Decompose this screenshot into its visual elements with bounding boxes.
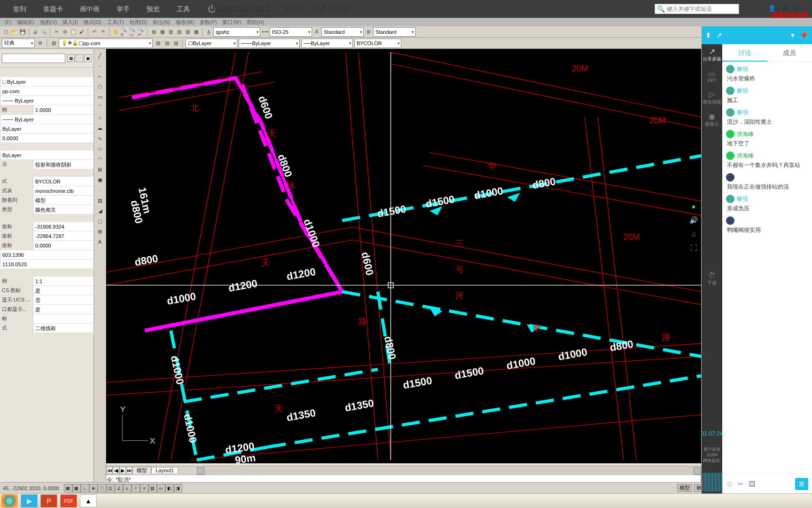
dim-iso-dropdown[interactable]: ISO-25: [270, 27, 312, 37]
mtext-icon[interactable]: A: [95, 237, 105, 246]
polar-toggle[interactable]: ⊕: [89, 484, 98, 492]
match-icon[interactable]: 🖌: [78, 28, 86, 36]
point-icon[interactable]: ·: [95, 185, 105, 195]
paste-icon[interactable]: 📋: [70, 28, 77, 36]
osnap-toggle[interactable]: □: [98, 484, 106, 492]
pickadd-icon[interactable]: ▣: [84, 55, 92, 62]
color-dropdown[interactable]: ▢ ByLayer: [186, 39, 237, 48]
menu-edit[interactable]: 编辑(E): [14, 19, 37, 26]
ws-settings-icon[interactable]: ⚙: [36, 40, 44, 47]
end-class-button[interactable]: ⏱下课: [707, 271, 717, 286]
send-button[interactable]: 发: [795, 478, 808, 490]
xline-icon[interactable]: ⟋: [95, 61, 105, 71]
prop-color[interactable]: □ ByLayer: [0, 77, 94, 86]
menu-insert[interactable]: 插入(I): [60, 19, 80, 26]
region-icon[interactable]: ▢: [95, 216, 105, 226]
text-style-icon[interactable]: A: [313, 28, 320, 36]
menu-file[interactable]: (F): [2, 19, 14, 25]
layer-state-icon[interactable]: ▤: [172, 40, 180, 47]
menu-dim[interactable]: 标注(N): [150, 19, 173, 26]
prop-lineweight[interactable]: ─── ByLayer: [0, 115, 94, 124]
ducs-toggle[interactable]: L: [123, 484, 132, 492]
prop-attached[interactable]: 模型: [33, 196, 94, 205]
ppt-button[interactable]: ▭PPT: [707, 69, 716, 83]
taskbar-pdf[interactable]: PDF: [60, 494, 77, 508]
prop-h[interactable]: 1118.0520: [0, 260, 94, 269]
modelspace-label[interactable]: 模型: [677, 484, 692, 492]
sc-toggle[interactable]: ◧: [165, 484, 174, 492]
plot-icon[interactable]: 🖨: [31, 28, 39, 36]
layer-dropdown[interactable]: 💡❄🔓▢ pp-com: [59, 39, 153, 48]
prop-ucsicon[interactable]: 是: [33, 286, 94, 295]
prop-type[interactable]: 颜色相关: [33, 205, 94, 214]
prop-w[interactable]: 603.1396: [0, 250, 94, 259]
dim-style-dropdown[interactable]: qpshz: [213, 27, 260, 37]
fullscreen-icon[interactable]: ⛶: [690, 244, 697, 252]
taskbar-autocad[interactable]: ▲: [80, 494, 97, 508]
emoji-icon[interactable]: ☺: [726, 480, 733, 488]
tools-tab[interactable]: 工具: [168, 0, 198, 18]
prop-scale[interactable]: 1:1: [33, 277, 94, 286]
zoom-rt-icon[interactable]: 🔍±: [120, 28, 128, 36]
taskbar-ppt[interactable]: P: [40, 494, 57, 508]
menu-help[interactable]: 帮助(H): [244, 19, 267, 26]
lineweight-dropdown[interactable]: ── ByLayer: [301, 39, 353, 48]
preview-tab[interactable]: 预览: [138, 0, 168, 18]
dyn-toggle[interactable]: +: [132, 484, 140, 492]
search-input[interactable]: [667, 6, 733, 12]
discuss-tab[interactable]: 讨论: [722, 44, 767, 62]
pan-icon[interactable]: ✋: [112, 28, 119, 36]
answer-tab[interactable]: 答题卡: [35, 0, 71, 18]
grid-toggle[interactable]: ▩: [72, 484, 81, 492]
linetype-dropdown[interactable]: ─── ByLayer: [239, 39, 300, 48]
redo-icon[interactable]: ↷: [99, 28, 107, 36]
revcloud-icon[interactable]: ☁: [95, 123, 105, 133]
prop-linetype[interactable]: ─── ByLayer: [0, 96, 94, 105]
tab-last-icon[interactable]: ⏭: [126, 467, 133, 474]
chat-message-list[interactable]: 黎强污水管爆炸 黎强施工 黎强流沙，湿陷性黄土 洪海峰地下空了 洪海峰不都有一个…: [722, 62, 812, 474]
insert-icon[interactable]: ⊞: [95, 165, 105, 174]
menu-tools[interactable]: 工具(T): [104, 19, 127, 26]
table-style-dropdown[interactable]: Standard: [373, 27, 415, 37]
osnap3d-toggle[interactable]: ◫: [106, 484, 115, 492]
table-style-icon[interactable]: ⊞: [365, 28, 372, 36]
dim-icon[interactable]: ⟷: [261, 28, 269, 36]
tpy-toggle[interactable]: ▤: [148, 484, 157, 492]
pline-icon[interactable]: ⌐: [95, 71, 105, 81]
prop-plottable[interactable]: monochrome.ctb: [33, 186, 94, 195]
polygon-icon[interactable]: ⬠: [95, 82, 105, 91]
prop-x[interactable]: -31906.9324: [33, 222, 94, 231]
ellipsearc-icon[interactable]: ◠: [95, 154, 105, 164]
location-icon[interactable]: ●: [691, 202, 695, 210]
signin-tab[interactable]: 签到: [5, 0, 35, 18]
undo-icon[interactable]: ↶: [91, 28, 98, 36]
menu-param[interactable]: 参数(P): [197, 19, 220, 26]
menu-view[interactable]: 视图(V): [37, 19, 60, 26]
layer-prev-icon[interactable]: ▤: [163, 40, 171, 47]
zoom-prev-icon[interactable]: 🔍↩: [137, 28, 145, 36]
members-tab[interactable]: 成员: [767, 44, 812, 62]
text-style-dropdown[interactable]: Standard: [321, 27, 364, 37]
spline-icon[interactable]: ∿: [95, 134, 105, 143]
taskbar-browser[interactable]: ▶: [21, 494, 38, 508]
music-icon[interactable]: ♫: [691, 230, 696, 238]
pin-icon[interactable]: 📌: [799, 31, 808, 40]
scissors-icon[interactable]: ✂: [738, 480, 744, 488]
raise-hand-tab[interactable]: 举手: [108, 0, 138, 18]
table-icon[interactable]: ⊞: [95, 227, 105, 236]
infocenter-search[interactable]: 🔍: [655, 4, 739, 14]
horizontal-scrollbar[interactable]: [197, 467, 701, 474]
tab-first-icon[interactable]: ⏮: [106, 467, 113, 474]
pip-tab[interactable]: 画中画: [71, 0, 108, 18]
cut-icon[interactable]: ✂: [53, 28, 60, 36]
sign-in-icon[interactable]: 👤▾: [768, 5, 779, 12]
prop-plotstyle[interactable]: BYCOLOR: [33, 177, 94, 186]
drawing-canvas[interactable]: d600 d800 d1000 161m d800 d600 d1500 d15…: [106, 49, 701, 463]
menu-modify[interactable]: 修改(M): [173, 19, 197, 26]
qp-toggle[interactable]: ▭: [157, 484, 165, 492]
otrack-toggle[interactable]: ∠: [115, 484, 123, 492]
camera-button[interactable]: ◉摄像头: [705, 112, 719, 127]
tab-next-icon[interactable]: ▶: [119, 467, 126, 474]
play-video-button[interactable]: ▷播放视频: [703, 90, 721, 105]
prop-z[interactable]: 0.0000: [33, 241, 94, 250]
